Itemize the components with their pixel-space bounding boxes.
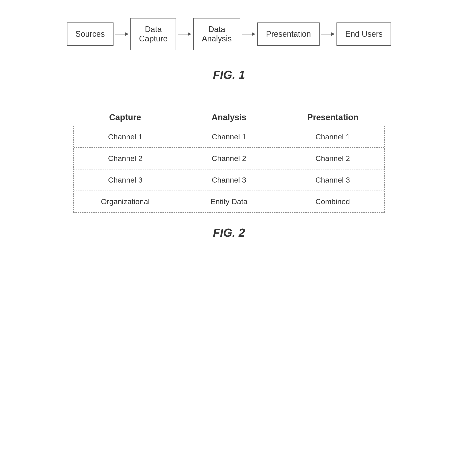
data-analysis-box: Data Analysis	[193, 18, 240, 50]
fig2-label: FIG. 2	[213, 226, 245, 239]
cell-r4c3: Combined	[281, 191, 384, 212]
data-capture-line1: Data	[145, 25, 162, 34]
cell-r1c3: Channel 1	[281, 126, 384, 147]
flow-diagram: Sources Data Capture Data Analysis	[67, 18, 391, 50]
col-header-presentation: Presentation	[281, 113, 385, 125]
table-row: Organizational Entity Data Combined	[74, 191, 384, 212]
svg-marker-3	[188, 32, 192, 36]
cell-r1c1: Channel 1	[74, 126, 177, 147]
col-header-analysis: Analysis	[177, 113, 281, 125]
arrow-2	[178, 30, 192, 39]
table-row: Channel 1 Channel 1 Channel 1	[74, 126, 384, 148]
end-users-label: End Users	[345, 29, 383, 39]
cell-r2c3: Channel 2	[281, 148, 384, 169]
table-header-row: Capture Analysis Presentation	[73, 113, 385, 125]
cell-r3c3: Channel 3	[281, 170, 384, 191]
arrow-1	[115, 30, 129, 39]
fig1-section: Sources Data Capture Data Analysis	[13, 18, 445, 82]
svg-marker-7	[331, 32, 335, 36]
arrow-icon-4	[321, 30, 335, 39]
fig2-table-section: Capture Analysis Presentation Channel 1 …	[73, 113, 385, 212]
data-capture-line2: Capture	[139, 34, 167, 43]
cell-r3c1: Channel 3	[74, 170, 177, 191]
cell-r4c2: Entity Data	[177, 191, 281, 212]
data-analysis-line2: Analysis	[202, 34, 232, 43]
data-capture-box: Data Capture	[130, 18, 176, 50]
cell-r2c1: Channel 2	[74, 148, 177, 169]
presentation-box: Presentation	[257, 23, 320, 46]
arrow-icon-2	[178, 30, 192, 39]
cell-r2c2: Channel 2	[177, 148, 281, 169]
sources-label: Sources	[75, 29, 105, 39]
cell-r3c2: Channel 3	[177, 170, 281, 191]
table-row: Channel 2 Channel 2 Channel 2	[74, 148, 384, 170]
svg-marker-5	[252, 32, 256, 36]
col-header-capture: Capture	[73, 113, 177, 125]
presentation-label: Presentation	[266, 29, 311, 39]
arrow-4	[321, 30, 335, 39]
fig2-section: Capture Analysis Presentation Channel 1 …	[13, 113, 445, 239]
arrow-3	[242, 30, 256, 39]
dashed-table: Channel 1 Channel 1 Channel 1 Channel 2 …	[73, 126, 385, 212]
fig1-label: FIG. 1	[213, 68, 245, 82]
cell-r4c1: Organizational	[74, 191, 177, 212]
arrow-icon-1	[115, 30, 129, 39]
cell-r1c2: Channel 1	[177, 126, 281, 147]
table-row: Channel 3 Channel 3 Channel 3	[74, 170, 384, 191]
svg-marker-1	[125, 32, 129, 36]
sources-box: Sources	[67, 23, 114, 46]
end-users-box: End Users	[336, 23, 391, 46]
arrow-icon-3	[242, 30, 256, 39]
data-analysis-line1: Data	[208, 25, 225, 34]
